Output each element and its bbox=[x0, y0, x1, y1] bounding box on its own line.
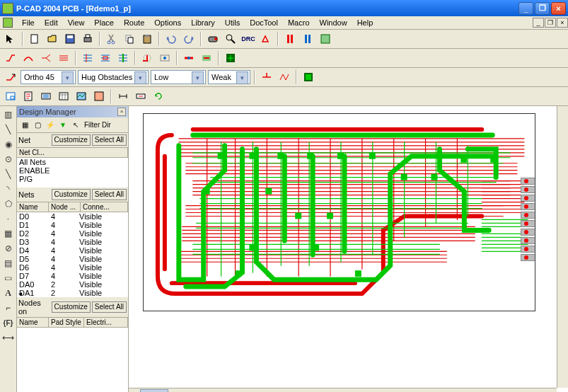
vertical-scrollbar[interactable] bbox=[557, 106, 568, 388]
net-customize-button[interactable]: Customize bbox=[52, 134, 91, 146]
polygon-tool-icon[interactable]: ⬠ bbox=[1, 197, 16, 211]
room-tool-icon[interactable]: ▭ bbox=[1, 271, 16, 285]
net-row[interactable]: D74Visible bbox=[17, 272, 128, 280]
route-manual-icon[interactable] bbox=[3, 50, 18, 66]
component-tool-icon[interactable]: ▥ bbox=[1, 108, 16, 122]
design-manager-close-icon[interactable]: × bbox=[117, 108, 126, 116]
hug-combo[interactable]: Hug Obstacles bbox=[78, 70, 149, 84]
nodes-col-name[interactable]: Name bbox=[17, 318, 49, 327]
via-tool-icon[interactable]: ⊙ bbox=[1, 152, 16, 166]
field-icon[interactable] bbox=[133, 88, 149, 104]
net-class-list[interactable]: All Nets ENABLE P/G bbox=[17, 158, 128, 188]
mdi-close[interactable]: × bbox=[557, 18, 568, 28]
low-combo[interactable]: Low bbox=[151, 70, 206, 84]
autoroute-icon[interactable] bbox=[223, 50, 238, 66]
ortho-combo[interactable]: Ortho 45 bbox=[21, 70, 76, 84]
maximize-hug-icon[interactable] bbox=[115, 50, 131, 66]
net-row[interactable]: D34Visible bbox=[17, 238, 128, 246]
arc-tool-icon[interactable]: ◝ bbox=[1, 182, 16, 196]
net-selectall-button[interactable]: Select All bbox=[92, 134, 127, 146]
menu-route[interactable]: Route bbox=[119, 17, 149, 28]
nets-customize-button[interactable]: Customize bbox=[52, 189, 91, 200]
net-row[interactable]: DA12Visible bbox=[17, 289, 128, 297]
route-arc-icon[interactable] bbox=[21, 50, 36, 66]
push-trace-icon[interactable] bbox=[80, 50, 95, 66]
dm-doc-icon[interactable]: ▢ bbox=[32, 120, 43, 131]
text-tool-icon[interactable]: A bbox=[1, 286, 16, 300]
pad-tool-icon[interactable]: ◉ bbox=[1, 137, 16, 151]
notes-icon[interactable] bbox=[21, 88, 36, 104]
nodes-customize-button[interactable]: Customize bbox=[52, 301, 91, 313]
menu-library[interactable]: Library bbox=[186, 17, 220, 28]
route-angle-icon[interactable] bbox=[3, 69, 18, 85]
keepout-tool-icon[interactable]: ▤ bbox=[1, 256, 16, 270]
dimension-icon[interactable] bbox=[115, 88, 131, 104]
print-icon[interactable] bbox=[80, 31, 95, 47]
nets-grid[interactable]: ◂ D04VisibleD14VisibleD24VisibleD34Visib… bbox=[17, 212, 128, 297]
record-macro-icon[interactable] bbox=[205, 31, 221, 47]
nets-col-conn[interactable]: Conne... bbox=[81, 202, 128, 212]
title-sheet-icon[interactable] bbox=[3, 88, 18, 104]
nodes-col-pad[interactable]: Pad Style bbox=[49, 318, 84, 327]
dimension-tool-icon[interactable]: ⟷ bbox=[1, 330, 16, 345]
layers-red-icon[interactable] bbox=[282, 31, 298, 47]
zoom-window-icon[interactable] bbox=[223, 31, 238, 47]
layer-setup-icon[interactable] bbox=[318, 31, 333, 47]
net-row[interactable]: D24Visible bbox=[17, 229, 128, 238]
select-tool-icon[interactable] bbox=[3, 31, 18, 47]
undo-icon[interactable] bbox=[163, 31, 179, 47]
menu-macro[interactable]: Macro bbox=[283, 17, 315, 28]
maximize-button[interactable]: ❐ bbox=[535, 2, 550, 15]
menu-view[interactable]: View bbox=[63, 17, 90, 28]
plane-tool-icon[interactable]: ⊘ bbox=[1, 241, 16, 255]
layer-stack-icon[interactable] bbox=[301, 69, 316, 85]
neckdown-icon[interactable] bbox=[181, 50, 197, 66]
new-icon[interactable] bbox=[27, 31, 42, 47]
nodes-grid[interactable] bbox=[17, 328, 128, 392]
open-icon[interactable] bbox=[45, 31, 60, 47]
point-tool-icon[interactable]: · bbox=[1, 212, 16, 226]
menu-window[interactable]: Window bbox=[315, 17, 352, 28]
redo-icon[interactable] bbox=[181, 31, 197, 47]
menu-help[interactable]: Help bbox=[352, 17, 378, 28]
cut-icon[interactable] bbox=[104, 31, 120, 47]
pcb-canvas[interactable] bbox=[129, 106, 568, 392]
menu-options[interactable]: Options bbox=[149, 17, 186, 28]
mdi-restore[interactable]: ❐ bbox=[545, 18, 556, 28]
weak-combo[interactable]: Weak bbox=[208, 70, 250, 84]
route-fanout-icon[interactable] bbox=[38, 50, 54, 66]
nets-col-name[interactable]: Name bbox=[17, 202, 49, 212]
menu-file[interactable]: File bbox=[17, 17, 40, 28]
drc-online-icon[interactable] bbox=[258, 31, 274, 47]
dm-filter-icon[interactable]: ▼ bbox=[57, 120, 69, 131]
field-tool-icon[interactable]: {F} bbox=[1, 316, 16, 330]
net-row[interactable]: D44Visible bbox=[17, 246, 128, 255]
visible-routing-icon[interactable] bbox=[157, 50, 173, 66]
attribute-tool-icon[interactable]: ⌐ bbox=[1, 301, 16, 315]
mdi-minimize[interactable]: _ bbox=[533, 18, 544, 28]
detail-icon[interactable] bbox=[91, 88, 107, 104]
refresh-doc-icon[interactable] bbox=[151, 88, 166, 104]
route-interactive-icon[interactable] bbox=[199, 50, 214, 66]
menu-utils[interactable]: Utils bbox=[220, 17, 245, 28]
layers-blue-icon[interactable] bbox=[300, 31, 315, 47]
minimize-button[interactable]: _ bbox=[518, 2, 533, 15]
glossing-icon[interactable] bbox=[277, 69, 292, 85]
net-row[interactable]: D64Visible bbox=[17, 263, 128, 272]
revision-icon[interactable] bbox=[38, 88, 54, 104]
nets-col-node[interactable]: Node ... bbox=[49, 202, 81, 212]
close-button[interactable]: × bbox=[551, 2, 566, 15]
nets-selectall-button[interactable]: Select All bbox=[92, 189, 127, 200]
net-row[interactable]: D04Visible bbox=[17, 212, 128, 221]
dm-nets-icon[interactable]: ▦ bbox=[19, 120, 30, 131]
design-manager-titlebar[interactable]: Design Manager × bbox=[17, 106, 128, 117]
push-segment-icon[interactable] bbox=[98, 50, 113, 66]
nodes-col-elec[interactable]: Electri... bbox=[84, 318, 128, 327]
drc-icon[interactable]: DRC bbox=[240, 31, 256, 47]
net-row[interactable]: D54Visible bbox=[17, 255, 128, 263]
pour-tool-icon[interactable]: ▦ bbox=[1, 226, 16, 241]
route-bus-icon[interactable] bbox=[56, 50, 71, 66]
menu-edit[interactable]: Edit bbox=[40, 17, 63, 28]
connection-tool-icon[interactable]: ╲ bbox=[1, 122, 16, 137]
drill-table-icon[interactable] bbox=[56, 88, 71, 104]
